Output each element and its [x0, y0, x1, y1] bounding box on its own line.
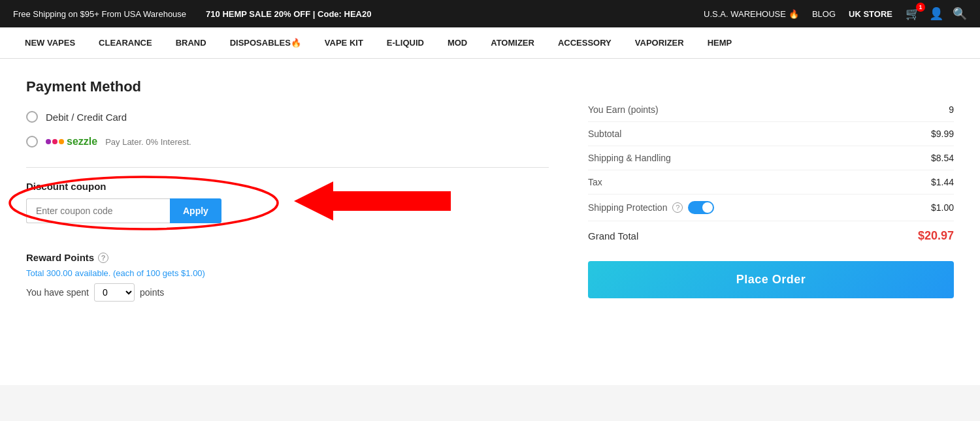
apply-button[interactable]: Apply	[170, 198, 221, 223]
summary-row-shipping: Shipping & Handling $8.54	[588, 146, 954, 170]
banner-icon-group: 🛒 1 👤 🔍	[906, 7, 967, 21]
search-icon[interactable]: 🔍	[953, 7, 967, 21]
banner-shipping-text: Free Shipping on $95+ From USA Warehouse	[13, 9, 186, 19]
reward-info-icon[interactable]: ?	[98, 253, 108, 263]
reward-available: Total 300.00 available. (each of 100 get…	[26, 268, 549, 278]
summary-row-tax: Tax $1.44	[588, 170, 954, 195]
nav-hemp[interactable]: HEMP	[696, 27, 744, 59]
nav-mod[interactable]: MOD	[436, 27, 479, 59]
banner-blog-link[interactable]: BLOG	[812, 9, 836, 19]
nav-vaporizer[interactable]: VAPORIZER	[623, 27, 696, 59]
shipping-protection-value: $1.00	[931, 202, 954, 213]
banner-right: U.S.A. WAREHOUSE 🔥 BLOG UK STORE 🛒 1 👤 🔍	[704, 7, 967, 21]
shipping-value: $8.54	[931, 153, 954, 163]
nav-vape-kit[interactable]: VAPE KIT	[313, 27, 375, 59]
radio-sezzle[interactable]	[26, 136, 38, 148]
tax-value: $1.44	[931, 177, 954, 187]
cart-icon[interactable]: 🛒 1	[906, 7, 920, 21]
nav-disposables[interactable]: DISPOSABLES 🔥	[218, 27, 313, 59]
main-nav: NEW VAPES CLEARANCE BRAND DISPOSABLES 🔥 …	[0, 27, 980, 59]
banner-sale-text: 710 HEMP SALE 20% OFF | Code: HEA20	[206, 9, 371, 19]
shipping-protection-info-icon[interactable]: ?	[672, 202, 683, 213]
nav-clearance[interactable]: CLEARANCE	[87, 27, 164, 59]
sezzle-logo: sezzle	[46, 136, 97, 148]
subtotal-value: $9.99	[931, 129, 954, 139]
sezzle-dot-purple	[46, 139, 51, 144]
discount-label: Discount coupon	[26, 181, 549, 192]
you-have-spent-label: You have spent	[26, 287, 89, 298]
cart-badge: 1	[916, 3, 925, 12]
banner-uk-store[interactable]: UK STORE	[849, 9, 892, 19]
shipping-label: Shipping & Handling	[588, 153, 671, 163]
page-body: Payment Method Debit / Credit Card sezzl…	[0, 59, 980, 385]
subtotal-label: Subtotal	[588, 129, 621, 139]
shipping-protection-row: Shipping Protection ? $1.00	[588, 195, 954, 221]
left-section: Payment Method Debit / Credit Card sezzl…	[26, 78, 549, 366]
radio-card[interactable]	[26, 111, 38, 123]
payment-option-sezzle[interactable]: sezzle Pay Later. 0% Interest.	[26, 136, 549, 148]
summary-row-subtotal: Subtotal $9.99	[588, 122, 954, 146]
sezzle-tagline: Pay Later. 0% Interest.	[105, 137, 191, 147]
sezzle-dot-pink	[52, 139, 57, 144]
coupon-input[interactable]	[26, 198, 170, 223]
right-section: You Earn (points) 9 Subtotal $9.99 Shipp…	[588, 78, 954, 366]
nav-atomizer[interactable]: ATOMIZER	[479, 27, 546, 59]
banner-left: Free Shipping on $95+ From USA Warehouse…	[13, 9, 371, 19]
discount-wrapper: Discount coupon Apply	[26, 167, 549, 236]
discount-section: Discount coupon Apply	[26, 167, 549, 236]
payment-section-title: Payment Method	[26, 78, 549, 95]
nav-brand[interactable]: BRAND	[164, 27, 218, 59]
nav-new-vapes[interactable]: NEW VAPES	[13, 27, 87, 59]
banner-warehouse: U.S.A. WAREHOUSE 🔥	[704, 9, 799, 19]
shipping-protection-toggle[interactable]	[688, 201, 714, 214]
points-value: 9	[949, 104, 954, 115]
shipping-protection-label: Shipping Protection	[588, 202, 667, 213]
reward-spend-row: You have spent 0 100 200 300 points	[26, 283, 549, 302]
summary-row-points: You Earn (points) 9	[588, 98, 954, 122]
grand-total-label: Grand Total	[588, 230, 638, 242]
grand-total-row: Grand Total $20.97	[588, 221, 954, 251]
nav-accessory[interactable]: ACCESSORY	[546, 27, 623, 59]
points-select[interactable]: 0 100 200 300	[94, 283, 135, 302]
points-label-text: You Earn (points)	[588, 104, 659, 115]
points-label: points	[140, 287, 164, 298]
payment-option-card[interactable]: Debit / Credit Card	[26, 111, 549, 123]
sezzle-dot-orange	[59, 139, 64, 144]
sezzle-name: sezzle	[67, 136, 97, 148]
top-banner: Free Shipping on $95+ From USA Warehouse…	[0, 0, 980, 27]
order-summary: You Earn (points) 9 Subtotal $9.99 Shipp…	[588, 78, 954, 298]
grand-total-value: $20.97	[918, 229, 954, 243]
nav-e-liquid[interactable]: E-LIQUID	[375, 27, 436, 59]
reward-label: Reward Points ?	[26, 252, 549, 263]
shipping-protection-left: Shipping Protection ?	[588, 201, 714, 214]
fire-icon: 🔥	[789, 9, 799, 19]
tax-label: Tax	[588, 177, 602, 187]
coupon-row: Apply	[26, 198, 549, 223]
payment-card-label: Debit / Credit Card	[46, 112, 127, 123]
reward-section: Reward Points ? Total 300.00 available. …	[26, 252, 549, 302]
user-icon[interactable]: 👤	[929, 7, 943, 21]
place-order-button[interactable]: Place Order	[588, 261, 954, 298]
sezzle-dots	[46, 139, 64, 144]
